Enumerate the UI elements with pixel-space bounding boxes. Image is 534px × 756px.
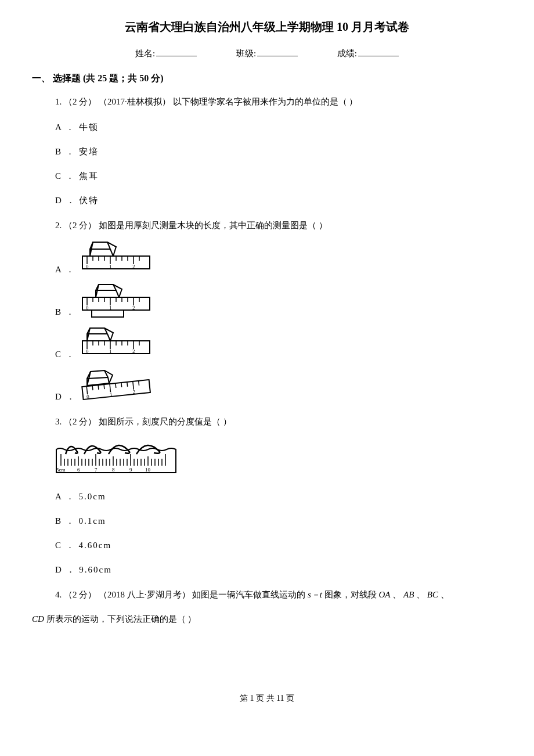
q2-option-a: A ． 012 [55, 241, 502, 280]
svg-text:6: 6 [77, 467, 80, 473]
svg-line-18 [110, 249, 113, 256]
meta-row: 姓名: 班级: 成绩: [32, 46, 502, 60]
svg-text:0: 0 [86, 348, 89, 354]
svg-line-62 [104, 384, 104, 389]
svg-text:9: 9 [129, 467, 132, 473]
q1-option-c: C ． 焦耳 [55, 165, 502, 186]
svg-text:2: 2 [132, 264, 135, 269]
q2-option-c: C ． 012 [55, 326, 502, 365]
page-current: 1 [250, 694, 254, 703]
name-blank [156, 56, 197, 56]
svg-line-76 [108, 377, 109, 383]
page-title: 云南省大理白族自治州八年级上学期物理 10 月月考试卷 [32, 17, 502, 36]
q1-option-d: D ． 伏特 [55, 190, 502, 211]
q1-option-a: A ． 牛顿 [55, 117, 502, 138]
q3-option-d: D ． 9.60cm [55, 559, 502, 580]
page-total: 11 [276, 694, 284, 703]
q3-stem: 3. （2 分） 如图所示，刻度尺的分度值是（ ） [55, 413, 502, 431]
ruler-diagram-a-icon: 012 [81, 241, 151, 283]
svg-rect-58 [82, 380, 151, 399]
class-blank [257, 56, 298, 56]
svg-rect-38 [92, 310, 124, 317]
svg-text:0: 0 [86, 393, 90, 399]
svg-text:5cm: 5cm [56, 467, 66, 473]
svg-line-75 [87, 377, 108, 379]
seg-bc: BC [427, 590, 438, 599]
svg-line-67 [133, 381, 134, 390]
svg-line-60 [93, 386, 93, 390]
q2-option-b: B ． 012 [55, 283, 502, 322]
svg-text:2: 2 [132, 305, 135, 311]
name-label: 姓名: [135, 49, 155, 58]
svg-text:1: 1 [110, 391, 113, 397]
q3-option-c: C ． 4.60cm [55, 535, 502, 556]
seg-ab: AB [403, 590, 414, 599]
svg-line-63 [110, 384, 110, 392]
ruler-scale-icon: 5cm 6 7 8 9 10 [55, 437, 502, 481]
svg-text:2: 2 [132, 348, 135, 354]
score-label: 成绩: [337, 49, 357, 58]
svg-text:2: 2 [133, 388, 136, 394]
q4-stem: 4. （2 分） （2018 八上·罗湖月考） 如图是一辆汽车做直线运动的 s－… [55, 586, 502, 604]
svg-line-66 [127, 382, 128, 387]
q1-stem: 1. （2 分） （2017·桂林模拟） 以下物理学家名字被用来作为力的单位的是… [55, 93, 502, 111]
svg-line-57 [107, 334, 110, 341]
q1-option-b: B ． 安培 [55, 141, 502, 162]
score-blank [358, 56, 399, 56]
svg-text:10: 10 [145, 467, 151, 473]
svg-text:0: 0 [86, 305, 89, 311]
seg-oa: OA [379, 590, 391, 599]
svg-text:1: 1 [109, 264, 112, 269]
ruler-diagram-c-icon: 012 [81, 326, 151, 368]
svg-line-65 [121, 383, 122, 387]
svg-line-61 [98, 385, 99, 390]
svg-line-64 [116, 383, 116, 388]
q2-stem: 2. （2 分） 如图是用厚刻尺测量木块的长度，其中正确的测量图是（ ） [55, 217, 502, 235]
svg-text:8: 8 [112, 467, 115, 473]
svg-line-37 [116, 290, 119, 297]
svg-text:0: 0 [86, 264, 89, 269]
q2-option-d: D ． 012 [55, 368, 502, 407]
svg-line-59 [87, 386, 88, 394]
ruler-diagram-b-icon: 012 [81, 283, 151, 326]
class-label: 班级: [236, 49, 256, 58]
ruler-diagram-d-icon: 012 [81, 368, 154, 411]
q3-option-a: A ． 5.0cm [55, 486, 502, 507]
svg-line-68 [139, 380, 139, 385]
page-footer: 第 1 页 共 11 页 [32, 692, 502, 705]
q4-stem-cont: CD 所表示的运动，下列说法正确的是（ ） [32, 610, 502, 629]
svg-text:7: 7 [95, 467, 98, 473]
seg-cd: CD [32, 614, 44, 624]
math-s-t: s－t [308, 590, 322, 599]
q3-option-b: B ． 0.1cm [55, 510, 502, 531]
svg-text:1: 1 [109, 348, 112, 354]
section-heading: 一、 选择题 (共 25 题；共 50 分) [32, 71, 502, 86]
